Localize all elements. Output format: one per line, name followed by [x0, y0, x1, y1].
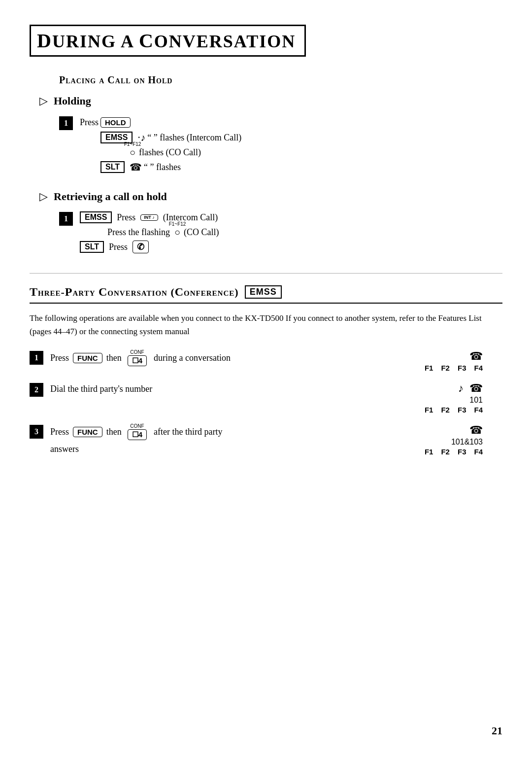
emss-intercom-text: “ ” flashes (Intercom Call) — [147, 133, 241, 143]
slt-label-1: SLT — [100, 161, 125, 173]
f1-label-1: F1 — [425, 364, 433, 372]
conf-step2-content: Dial the third party's number — [50, 382, 286, 398]
retrieve-step-num: 1 — [59, 212, 73, 226]
conf-step3-line: Press FUNC then CONF ☐4 after the third … — [50, 424, 286, 440]
conf-step2-line: Dial the third party's number — [50, 382, 286, 396]
slt-flash-line: SLT ☎ “ ” flashes — [100, 161, 502, 173]
f3-label-1: F3 — [458, 364, 466, 372]
subsection-retrieving-title: ▷ Retrieving a call on hold — [39, 190, 502, 203]
f2-label-1: F2 — [441, 364, 450, 372]
page-number: 21 — [492, 724, 502, 737]
retrieve-emss-line: EMSS Press INT ♪ (Intercom Call) — [80, 211, 502, 224]
func-key-3: FUNC — [73, 427, 102, 437]
conf-step1-content: Press FUNC then CONF ☐4 during a convers… — [50, 350, 286, 368]
f3-label-3: F3 — [458, 447, 466, 456]
emss-badge: EMSS — [245, 285, 282, 299]
slt-label-2: SLT — [80, 241, 104, 253]
step1-content: Press HOLD EMSS ‧♪ “ ” flashes (Intercom… — [80, 115, 502, 175]
conf-diagram3-labels: F1 F2 F3 F4 — [425, 447, 483, 456]
retrieve-f1f12-line: Press the flashing F1~F12 ○ (CO Call) — [107, 226, 502, 239]
hold-key: HOLD — [100, 117, 131, 128]
conf-step3-line2: answers — [50, 442, 286, 456]
retrieve-step-content: EMSS Press INT ♪ (Intercom Call) Press t… — [80, 211, 502, 255]
conf-step3-content: Press FUNC then CONF ☐4 after the third … — [50, 424, 286, 458]
hold-sub-lines: EMSS ‧♪ “ ” flashes (Intercom Call) F1~F… — [100, 131, 502, 173]
co-call-text-2: (CO Call) — [184, 227, 219, 238]
subsection-retrieving: ▷ Retrieving a call on hold 1 EMSS Press… — [30, 190, 502, 255]
conf-step2-left: 2 Dial the third party's number — [30, 382, 286, 398]
f4-label-3: F4 — [474, 447, 483, 456]
int-key: INT ♪ — [140, 214, 158, 221]
conf-diagram2-labels: F1 F2 F3 F4 — [425, 406, 483, 414]
hook-key: ✆ — [133, 241, 149, 253]
conf-step3-right: ☎ 101&103 F1 F2 F3 F4 — [286, 424, 502, 457]
drop-cap-d: D — [37, 30, 52, 52]
emss-intercom-line: EMSS ‧♪ “ ” flashes (Intercom Call) — [100, 131, 502, 144]
f1f12-super-label-1: F1~F12 — [124, 141, 141, 147]
press-flashing-text: Press the flashing — [107, 227, 170, 238]
subsection-retrieving-label: Retrieving a call on hold — [54, 190, 167, 203]
drop-cap-c: C — [139, 30, 154, 52]
section1-heading-text: Placing a Call on Hold — [59, 74, 172, 85]
conf-key-3-wrapper: CONF ☐4 — [126, 424, 149, 440]
section-divider — [30, 273, 502, 274]
dial-third-party-text: Dial the third party's number — [50, 384, 152, 394]
subsection-holding-label: Holding — [54, 95, 91, 107]
circle-f1f12-2: F1~F12 ○ — [174, 227, 180, 238]
conf-step3-left: 3 Press FUNC then CONF ☐4 after the thir… — [30, 424, 286, 458]
f1f12-co-line: F1~F12 ○ flashes (CO Call) — [128, 146, 502, 159]
subsection-holding: ▷ Holding 1 Press HOLD EMSS ‧♪ “ ” flash… — [30, 95, 502, 175]
func-key-1: FUNC — [73, 353, 102, 363]
f1-label-2: F1 — [425, 406, 433, 414]
co-call-flash-text-1: flashes (CO Call) — [139, 147, 201, 158]
f1-label-3: F1 — [425, 447, 433, 456]
circle-icon-1: ○ — [130, 147, 135, 158]
conf-step-num-2: 2 — [30, 383, 43, 397]
hold-step1: 1 Press HOLD EMSS ‧♪ “ ” flashes (Interc… — [59, 115, 502, 175]
press-emss-label: Press — [117, 212, 135, 223]
retrieve-step1: 1 EMSS Press INT ♪ (Intercom Call) Press… — [59, 211, 502, 255]
conf-press-3: Press — [50, 427, 69, 437]
phone-icon-3: ☎ — [469, 424, 483, 437]
f1f12-super-label-2: F1~F12 — [169, 221, 186, 227]
arrow-right-icon-2: ▷ — [39, 190, 48, 203]
conf-diagram2-number: 101 — [469, 396, 483, 405]
arrow-right-icon: ▷ — [39, 95, 48, 107]
conf-diagram1-icons: ☎ — [469, 350, 483, 363]
circle-icon-2: ○ — [174, 227, 180, 238]
conf-after-text: after the third party — [154, 427, 222, 437]
conf-during-text: during a conversation — [154, 353, 231, 363]
section1-heading: Placing a Call on Hold — [59, 74, 502, 86]
circle-f1f12-1: F1~F12 ○ — [130, 147, 135, 158]
conf-then-1: then — [106, 353, 122, 363]
section2-heading-text: Three-Party Conversation (Conference) — [30, 285, 239, 299]
conf-diagram2-icons: ♪ ☎ — [458, 382, 483, 395]
emss-label-2: EMSS — [80, 211, 112, 223]
section2: Three-Party Conversation (Conference) EM… — [30, 285, 502, 458]
section2-description: The following operations are available w… — [30, 311, 502, 338]
f4-label-2: F4 — [474, 406, 483, 414]
conf-step-2: 2 Dial the third party's number ♪ ☎ 101 … — [30, 382, 502, 415]
slt-flash-icon: ☎ — [130, 161, 142, 173]
f2-label-2: F2 — [441, 406, 450, 414]
conf-step1-left: 1 Press FUNC then CONF ☐4 during a conve… — [30, 350, 286, 368]
step-num-1: 1 — [59, 116, 73, 130]
f3-label-2: F3 — [458, 406, 466, 414]
phone-icon-2: ☎ — [469, 382, 483, 395]
conf-then-3: then — [106, 427, 122, 437]
f2-label-3: F2 — [441, 447, 450, 456]
conf-diagram3-icons: ☎ — [469, 424, 483, 437]
conf-step1-line: Press FUNC then CONF ☐4 during a convers… — [50, 350, 286, 366]
conf-key-3: ☐4 — [128, 429, 147, 440]
section2-heading: Three-Party Conversation (Conference) EM… — [30, 285, 502, 304]
phone-icon-1: ☎ — [469, 350, 483, 363]
conf-press-1: Press — [50, 353, 69, 363]
conf-step-num-3: 3 — [30, 425, 43, 439]
title-bar: During a Conversation — [30, 25, 306, 57]
conf-step-num-1: 1 — [30, 351, 43, 365]
page-title: During a Conversation — [37, 29, 296, 52]
retrieve-slt-line: SLT Press ✆ — [80, 241, 502, 253]
conf-step-1: 1 Press FUNC then CONF ☐4 during a conve… — [30, 350, 502, 373]
conf-step1-right: ☎ F1 F2 F3 F4 — [286, 350, 502, 373]
conf-diagram3-number: 101&103 — [451, 438, 483, 447]
